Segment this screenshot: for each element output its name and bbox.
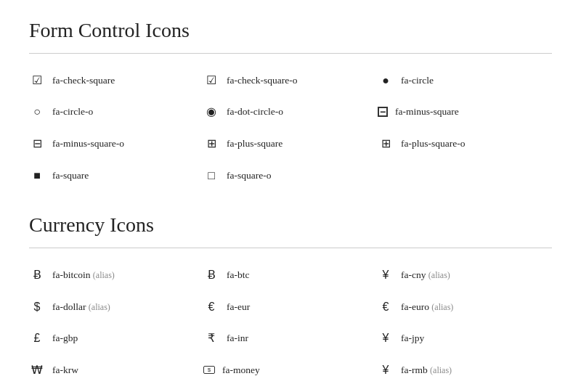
list-item: €fa-euro (alias) xyxy=(378,295,552,319)
list-item: €fa-eur xyxy=(203,295,378,319)
fa-inr-icon: ₹ xyxy=(203,329,219,348)
list-item: −fa-minus-square xyxy=(378,99,552,124)
fa-square-icon: ■ xyxy=(29,166,45,185)
icon-label: fa-plus-square-o xyxy=(401,136,465,152)
list-item: £fa-gbp xyxy=(29,326,203,351)
list-item: ■fa-square xyxy=(29,163,203,188)
fa-plus-square-o-icon: ⊞ xyxy=(378,134,394,153)
list-item: ₽fa-rub xyxy=(203,389,378,392)
list-item: □fa-square-o xyxy=(203,163,378,188)
list-item: ¥fa-rmb (alias) xyxy=(378,358,552,383)
fa-money-icon: $ xyxy=(203,366,215,374)
icon-label: fa-gbp xyxy=(52,330,78,346)
page-container: Form Control Icons ☑fa-check-square☑fa-c… xyxy=(29,15,552,392)
form-control-divider xyxy=(29,53,552,54)
list-item: ●fa-circle xyxy=(378,68,552,93)
fa-plus-square-icon: ⊞ xyxy=(203,134,219,153)
currency-title: Currency Icons xyxy=(29,209,552,242)
alias-label: (alias) xyxy=(89,302,110,312)
fa-circle-o-icon: ○ xyxy=(29,102,45,121)
list-item: $fa-money xyxy=(203,358,378,383)
currency-section: Currency Icons Ƀfa-bitcoin (alias)Ƀfa-bt… xyxy=(29,209,552,392)
fa-cny-icon: ¥ xyxy=(378,266,394,285)
fa-btc-icon: Ƀ xyxy=(203,266,219,285)
icon-label: fa-money xyxy=(222,362,260,378)
alias-label: (alias) xyxy=(428,270,450,280)
icon-label: fa-check-square-o xyxy=(227,73,297,89)
fa-check-square-icon: ☑ xyxy=(29,71,45,90)
alias-label: (alias) xyxy=(430,365,452,375)
list-item: ¥fa-jpy xyxy=(378,326,552,351)
icon-label: fa-dollar (alias) xyxy=(52,299,110,315)
form-control-title: Form Control Icons xyxy=(29,15,552,47)
list-item: ₹fa-inr xyxy=(203,326,378,351)
fa-eur-icon: € xyxy=(203,298,219,317)
list-item: ₽fa-rouble (alias) xyxy=(29,389,203,392)
list-item: ○fa-circle-o xyxy=(29,99,203,124)
fa-rmb-icon: ¥ xyxy=(378,361,394,380)
icon-label: fa-minus-square xyxy=(395,104,459,120)
list-item: ⊞fa-plus-square xyxy=(203,131,378,156)
icon-label: fa-circle xyxy=(401,73,434,89)
currency-grid: Ƀfa-bitcoin (alias)Ƀfa-btc¥fa-cny (alias… xyxy=(29,263,552,392)
list-item: ⊟fa-minus-square-o xyxy=(29,131,203,156)
list-item: ¥fa-cny (alias) xyxy=(378,263,552,287)
fa-square-o-icon: □ xyxy=(203,166,219,185)
list-item: ₽fa-ruble (alias) xyxy=(378,389,552,392)
icon-label: fa-plus-square xyxy=(227,136,283,152)
icon-label: fa-bitcoin (alias) xyxy=(52,267,115,283)
form-control-grid: ☑fa-check-square☑fa-check-square-o●fa-ci… xyxy=(29,68,552,187)
icon-label: fa-btc xyxy=(227,267,249,283)
list-item: ⊞fa-plus-square-o xyxy=(378,131,552,156)
icon-label: fa-dot-circle-o xyxy=(227,104,283,120)
icon-label: fa-inr xyxy=(227,330,248,346)
fa-krw-icon: ₩ xyxy=(29,361,45,380)
form-control-section: Form Control Icons ☑fa-check-square☑fa-c… xyxy=(29,15,552,187)
icon-label: fa-cny (alias) xyxy=(401,267,450,283)
fa-jpy-icon: ¥ xyxy=(378,329,394,348)
fa-euro-icon: € xyxy=(378,298,394,317)
list-item: Ƀfa-btc xyxy=(203,263,378,287)
icon-label: fa-minus-square-o xyxy=(52,136,124,152)
fa-minus-square-o-icon: ⊟ xyxy=(29,134,45,153)
icon-label: fa-rmb (alias) xyxy=(401,362,452,378)
icon-label: fa-eur xyxy=(227,299,250,315)
list-item: $fa-dollar (alias) xyxy=(29,295,203,319)
alias-label: (alias) xyxy=(431,302,453,312)
icon-label: fa-square-o xyxy=(227,168,271,184)
alias-label: (alias) xyxy=(93,270,115,280)
fa-gbp-icon: £ xyxy=(29,329,45,348)
list-item: ☑fa-check-square-o xyxy=(203,68,378,93)
fa-dot-circle-o-icon: ◉ xyxy=(203,102,219,121)
fa-minus-square-icon: − xyxy=(378,107,388,117)
list-item: ◉fa-dot-circle-o xyxy=(203,99,378,124)
list-item: Ƀfa-bitcoin (alias) xyxy=(29,263,203,287)
icon-label: fa-check-square xyxy=(52,73,115,89)
fa-dollar-icon: $ xyxy=(29,298,45,317)
icon-label: fa-jpy xyxy=(401,330,424,346)
currency-divider xyxy=(29,248,552,248)
list-item: ₩fa-krw xyxy=(29,358,203,383)
icon-label: fa-krw xyxy=(52,362,78,378)
fa-bitcoin-icon: Ƀ xyxy=(29,266,45,285)
icon-label: fa-circle-o xyxy=(52,104,93,120)
icon-label: fa-euro (alias) xyxy=(401,299,453,315)
fa-circle-icon: ● xyxy=(378,71,394,90)
list-item: ☑fa-check-square xyxy=(29,68,203,93)
icon-label: fa-square xyxy=(52,168,89,184)
fa-check-square-o-icon: ☑ xyxy=(203,71,219,90)
